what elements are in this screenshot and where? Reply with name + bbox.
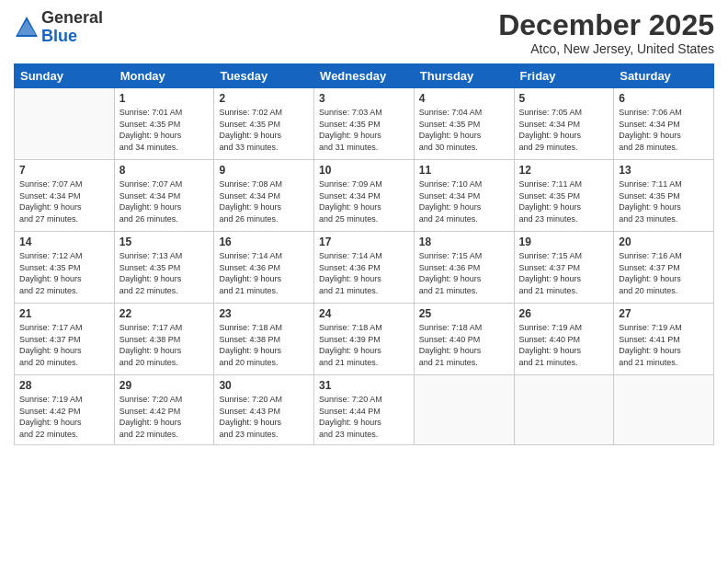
calendar-day-cell <box>614 375 714 444</box>
calendar-day-cell: 25Sunrise: 7:18 AM Sunset: 4:40 PM Dayli… <box>414 304 514 375</box>
calendar-day-header: Saturday <box>614 64 714 88</box>
calendar-day-header: Tuesday <box>214 64 314 88</box>
calendar-day-header: Thursday <box>414 64 514 88</box>
calendar-day-cell: 7Sunrise: 7:07 AM Sunset: 4:34 PM Daylig… <box>15 160 115 232</box>
calendar-week-row: 1Sunrise: 7:01 AM Sunset: 4:35 PM Daylig… <box>15 88 714 160</box>
day-number: 30 <box>219 379 309 392</box>
day-info: Sunrise: 7:11 AM Sunset: 4:35 PM Dayligh… <box>619 178 709 224</box>
day-info: Sunrise: 7:13 AM Sunset: 4:35 PM Dayligh… <box>119 250 210 296</box>
day-number: 4 <box>419 92 509 105</box>
day-info: Sunrise: 7:03 AM Sunset: 4:35 PM Dayligh… <box>319 107 409 153</box>
day-info: Sunrise: 7:17 AM Sunset: 4:38 PM Dayligh… <box>119 322 210 368</box>
logo: General Blue <box>14 9 103 46</box>
calendar-day-cell: 17Sunrise: 7:14 AM Sunset: 4:36 PM Dayli… <box>314 232 415 304</box>
day-info: Sunrise: 7:18 AM Sunset: 4:39 PM Dayligh… <box>319 322 409 368</box>
calendar-day-cell: 26Sunrise: 7:19 AM Sunset: 4:40 PM Dayli… <box>514 304 614 375</box>
day-info: Sunrise: 7:08 AM Sunset: 4:34 PM Dayligh… <box>219 178 309 224</box>
day-info: Sunrise: 7:12 AM Sunset: 4:35 PM Dayligh… <box>19 250 109 296</box>
day-number: 1 <box>119 92 210 105</box>
calendar-day-cell: 23Sunrise: 7:18 AM Sunset: 4:38 PM Dayli… <box>214 304 314 375</box>
day-number: 19 <box>519 236 609 248</box>
calendar-day-cell: 31Sunrise: 7:20 AM Sunset: 4:44 PM Dayli… <box>314 375 415 444</box>
logo-text: General Blue <box>41 9 103 46</box>
calendar-week-row: 7Sunrise: 7:07 AM Sunset: 4:34 PM Daylig… <box>15 160 714 232</box>
calendar-day-cell: 29Sunrise: 7:20 AM Sunset: 4:42 PM Dayli… <box>114 375 214 444</box>
logo-blue: Blue <box>41 27 77 45</box>
day-number: 27 <box>619 307 709 320</box>
page: General Blue December 2025 Atco, New Jer… <box>0 0 728 563</box>
day-number: 10 <box>319 164 409 177</box>
day-number: 17 <box>319 236 409 248</box>
header: General Blue December 2025 Atco, New Jer… <box>14 9 714 56</box>
calendar-day-cell: 5Sunrise: 7:05 AM Sunset: 4:34 PM Daylig… <box>514 88 614 160</box>
calendar-day-cell: 10Sunrise: 7:09 AM Sunset: 4:34 PM Dayli… <box>314 160 415 232</box>
day-number: 2 <box>219 92 309 105</box>
svg-marker-1 <box>17 20 36 35</box>
day-number: 15 <box>119 236 210 248</box>
calendar-day-cell: 14Sunrise: 7:12 AM Sunset: 4:35 PM Dayli… <box>15 232 115 304</box>
logo-general: General <box>41 8 103 27</box>
calendar-day-header: Sunday <box>15 64 115 88</box>
day-number: 9 <box>219 164 309 177</box>
calendar-day-cell: 20Sunrise: 7:16 AM Sunset: 4:37 PM Dayli… <box>614 232 714 304</box>
day-info: Sunrise: 7:16 AM Sunset: 4:37 PM Dayligh… <box>619 250 709 296</box>
calendar-day-cell: 13Sunrise: 7:11 AM Sunset: 4:35 PM Dayli… <box>614 160 714 232</box>
day-info: Sunrise: 7:06 AM Sunset: 4:34 PM Dayligh… <box>619 107 709 153</box>
day-number: 13 <box>619 164 709 177</box>
day-info: Sunrise: 7:18 AM Sunset: 4:40 PM Dayligh… <box>419 322 509 368</box>
calendar-day-cell: 8Sunrise: 7:07 AM Sunset: 4:34 PM Daylig… <box>114 160 214 232</box>
day-info: Sunrise: 7:05 AM Sunset: 4:34 PM Dayligh… <box>519 107 609 153</box>
day-info: Sunrise: 7:20 AM Sunset: 4:44 PM Dayligh… <box>319 394 409 440</box>
day-number: 25 <box>419 307 509 320</box>
calendar-day-cell: 9Sunrise: 7:08 AM Sunset: 4:34 PM Daylig… <box>214 160 314 232</box>
day-number: 23 <box>219 307 309 320</box>
day-number: 20 <box>619 236 709 248</box>
day-number: 3 <box>319 92 409 105</box>
calendar-day-cell: 28Sunrise: 7:19 AM Sunset: 4:42 PM Dayli… <box>15 375 115 444</box>
day-number: 29 <box>119 379 210 392</box>
calendar-day-cell: 19Sunrise: 7:15 AM Sunset: 4:37 PM Dayli… <box>514 232 614 304</box>
day-info: Sunrise: 7:18 AM Sunset: 4:38 PM Dayligh… <box>219 322 309 368</box>
day-number: 12 <box>519 164 609 177</box>
calendar-header-row: SundayMondayTuesdayWednesdayThursdayFrid… <box>15 64 714 88</box>
calendar-day-cell: 2Sunrise: 7:02 AM Sunset: 4:35 PM Daylig… <box>214 88 314 160</box>
calendar-day-cell: 11Sunrise: 7:10 AM Sunset: 4:34 PM Dayli… <box>414 160 514 232</box>
calendar-day-cell: 15Sunrise: 7:13 AM Sunset: 4:35 PM Dayli… <box>114 232 214 304</box>
calendar-day-cell: 30Sunrise: 7:20 AM Sunset: 4:43 PM Dayli… <box>214 375 314 444</box>
day-number: 21 <box>19 307 109 320</box>
day-info: Sunrise: 7:19 AM Sunset: 4:41 PM Dayligh… <box>619 322 709 368</box>
calendar-day-cell <box>514 375 614 444</box>
calendar-day-header: Wednesday <box>314 64 415 88</box>
day-number: 7 <box>19 164 109 177</box>
day-info: Sunrise: 7:02 AM Sunset: 4:35 PM Dayligh… <box>219 107 309 153</box>
calendar-day-cell <box>414 375 514 444</box>
day-number: 18 <box>419 236 509 248</box>
title-block: December 2025 Atco, New Jersey, United S… <box>498 9 714 56</box>
day-number: 6 <box>619 92 709 105</box>
day-info: Sunrise: 7:07 AM Sunset: 4:34 PM Dayligh… <box>119 178 210 224</box>
day-info: Sunrise: 7:14 AM Sunset: 4:36 PM Dayligh… <box>219 250 309 296</box>
day-number: 16 <box>219 236 309 248</box>
calendar-day-cell: 22Sunrise: 7:17 AM Sunset: 4:38 PM Dayli… <box>114 304 214 375</box>
calendar-day-cell: 3Sunrise: 7:03 AM Sunset: 4:35 PM Daylig… <box>314 88 415 160</box>
day-info: Sunrise: 7:15 AM Sunset: 4:37 PM Dayligh… <box>519 250 609 296</box>
calendar-day-header: Monday <box>114 64 214 88</box>
day-number: 8 <box>119 164 210 177</box>
calendar-day-cell: 16Sunrise: 7:14 AM Sunset: 4:36 PM Dayli… <box>214 232 314 304</box>
calendar-day-cell: 1Sunrise: 7:01 AM Sunset: 4:35 PM Daylig… <box>114 88 214 160</box>
month-title: December 2025 <box>498 9 714 41</box>
calendar-week-row: 14Sunrise: 7:12 AM Sunset: 4:35 PM Dayli… <box>15 232 714 304</box>
day-info: Sunrise: 7:01 AM Sunset: 4:35 PM Dayligh… <box>119 107 210 153</box>
day-info: Sunrise: 7:19 AM Sunset: 4:40 PM Dayligh… <box>519 322 609 368</box>
day-number: 31 <box>319 379 409 392</box>
day-info: Sunrise: 7:20 AM Sunset: 4:42 PM Dayligh… <box>119 394 210 440</box>
calendar-day-header: Friday <box>514 64 614 88</box>
location: Atco, New Jersey, United States <box>498 41 714 56</box>
calendar-day-cell: 21Sunrise: 7:17 AM Sunset: 4:37 PM Dayli… <box>15 304 115 375</box>
day-info: Sunrise: 7:15 AM Sunset: 4:36 PM Dayligh… <box>419 250 509 296</box>
day-info: Sunrise: 7:09 AM Sunset: 4:34 PM Dayligh… <box>319 178 409 224</box>
day-number: 14 <box>19 236 109 248</box>
day-info: Sunrise: 7:04 AM Sunset: 4:35 PM Dayligh… <box>419 107 509 153</box>
day-info: Sunrise: 7:14 AM Sunset: 4:36 PM Dayligh… <box>319 250 409 296</box>
day-info: Sunrise: 7:07 AM Sunset: 4:34 PM Dayligh… <box>19 178 109 224</box>
